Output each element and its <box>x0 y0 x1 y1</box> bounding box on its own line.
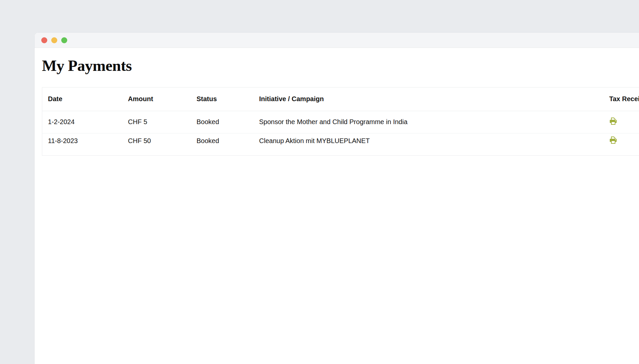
close-button[interactable] <box>41 37 47 43</box>
header-initiative: Initiative / Campaign <box>254 87 604 111</box>
table-header-row: Date Amount Status Initiative / Campaign… <box>42 87 639 111</box>
page-content: My Payments Date Amount Status Initiativ… <box>35 48 639 156</box>
header-amount: Amount <box>122 87 191 111</box>
tax-receipt-cell <box>604 133 639 155</box>
header-tax-receipt: Tax Receipt <box>604 87 639 111</box>
print-receipt-button[interactable] <box>609 117 617 125</box>
header-status: Status <box>191 87 254 111</box>
printer-icon <box>609 136 617 144</box>
page-title: My Payments <box>42 56 639 76</box>
initiative-cell: Cleanup Aktion mit MYBLUEPLANET <box>254 133 604 155</box>
amount-cell: CHF 50 <box>122 133 191 155</box>
header-date: Date <box>42 87 122 111</box>
status-cell: Booked <box>191 111 254 133</box>
zoom-button[interactable] <box>61 37 67 43</box>
tax-receipt-cell <box>604 111 639 133</box>
print-receipt-button[interactable] <box>609 136 617 144</box>
amount-cell: CHF 5 <box>122 111 191 133</box>
printer-icon <box>609 117 617 125</box>
payments-table: Date Amount Status Initiative / Campaign… <box>42 87 639 156</box>
table-row: 11-8-2023 CHF 50 Booked Cleanup Aktion m… <box>42 133 639 155</box>
date-cell: 1-2-2024 <box>42 111 122 133</box>
browser-window: My Payments Date Amount Status Initiativ… <box>34 32 639 364</box>
initiative-cell: Sponsor the Mother and Child Programme i… <box>254 111 604 133</box>
date-cell: 11-8-2023 <box>42 133 122 155</box>
table-row: 1-2-2024 CHF 5 Booked Sponsor the Mother… <box>42 111 639 133</box>
window-titlebar <box>35 33 639 48</box>
status-cell: Booked <box>191 133 254 155</box>
window-controls <box>41 37 67 43</box>
minimize-button[interactable] <box>51 37 57 43</box>
